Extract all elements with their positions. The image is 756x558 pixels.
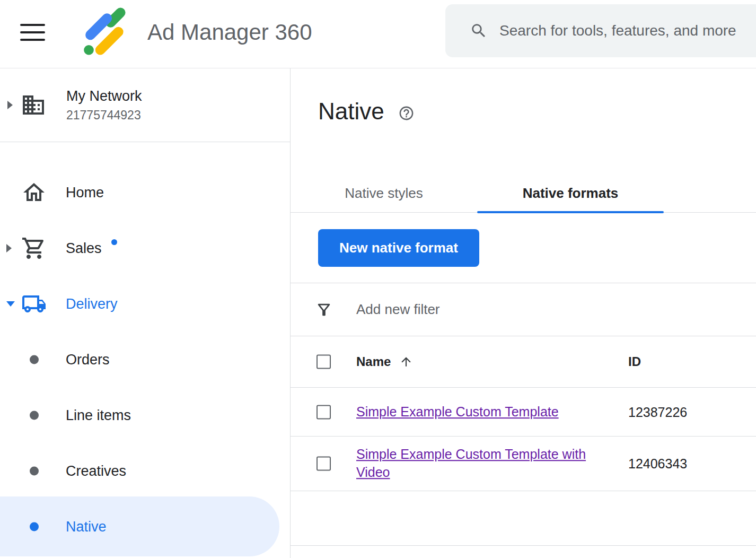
sidebar-item-label: Line items: [66, 407, 131, 423]
sidebar-item-label: Orders: [66, 351, 110, 368]
hamburger-bar: [20, 39, 45, 41]
column-header-id[interactable]: ID: [628, 354, 641, 369]
page-title-row: Native: [318, 98, 415, 125]
network-selector[interactable]: My Network 21775744923: [0, 68, 290, 142]
native-format-link[interactable]: Simple Example Custom Template: [356, 403, 559, 421]
table-header-row: Name ID: [291, 336, 756, 388]
row-id: 12406343: [628, 456, 687, 472]
sidebar-nav: Home Sales Delivery Orders: [0, 164, 290, 554]
tab-native-styles[interactable]: Native styles: [291, 174, 477, 212]
sidebar-item-home[interactable]: Home: [0, 164, 290, 220]
notification-dot: [111, 239, 117, 245]
row-id: 12387226: [628, 404, 687, 420]
select-all-checkbox[interactable]: [317, 355, 331, 369]
sidebar-item-line-items[interactable]: Line items: [0, 387, 290, 443]
screen: Ad Manager 360 My Network 21775744923: [0, 0, 756, 558]
sidebar-item-delivery[interactable]: Delivery: [0, 276, 290, 332]
sidebar-item-sales[interactable]: Sales: [0, 220, 290, 276]
bullet-icon: [30, 522, 39, 531]
global-search-box[interactable]: [445, 4, 756, 57]
cart-icon: [21, 236, 47, 261]
bullet-icon: [30, 411, 39, 420]
selected-item-highlight: [0, 496, 279, 556]
sidebar-item-native[interactable]: Native: [0, 499, 290, 554]
sort-ascending-icon[interactable]: [399, 355, 413, 369]
empty-table-area: [291, 491, 756, 546]
chevron-right-icon: [7, 101, 13, 109]
sidebar-item-label: Sales: [66, 240, 102, 256]
hamburger-bar: [20, 31, 45, 33]
add-filter-label: Add new filter: [356, 301, 440, 318]
top-app-bar: Ad Manager 360: [0, 0, 756, 68]
sidebar: My Network 21775744923 Home Sales: [0, 68, 291, 558]
chevron-right-icon: [6, 244, 12, 252]
ad-manager-logo-icon: [77, 7, 127, 57]
table-row: Simple Example Custom Template with Vide…: [291, 437, 756, 491]
column-header-name-label: Name: [356, 354, 391, 369]
filter-funnel-icon: [315, 301, 333, 319]
home-icon: [21, 180, 47, 205]
tab-native-formats[interactable]: Native formats: [477, 174, 664, 212]
sidebar-item-label: Home: [66, 184, 104, 200]
hamburger-bar: [20, 24, 45, 26]
network-building-icon: [21, 92, 46, 118]
truck-icon: [21, 291, 47, 317]
table-row: Simple Example Custom Template 12387226: [291, 388, 756, 437]
search-icon: [470, 22, 488, 40]
search-input[interactable]: [499, 22, 749, 39]
help-icon[interactable]: [398, 105, 415, 121]
sidebar-item-label: Creatives: [66, 463, 126, 479]
network-id: 21775744923: [66, 108, 142, 123]
column-header-name[interactable]: Name: [356, 354, 413, 369]
network-name: My Network: [66, 88, 142, 104]
filter-bar[interactable]: Add new filter: [291, 283, 756, 336]
tab-bar: Native styles Native formats: [291, 174, 756, 213]
sidebar-item-orders[interactable]: Orders: [0, 332, 290, 387]
row-checkbox[interactable]: [317, 405, 331, 419]
network-info: My Network 21775744923: [66, 88, 142, 123]
app-title: Ad Manager 360: [147, 20, 312, 45]
sidebar-item-creatives[interactable]: Creatives: [0, 443, 290, 499]
bullet-icon: [30, 355, 39, 364]
new-native-format-button[interactable]: New native format: [318, 229, 479, 267]
main-content: Native Native styles Native formats New …: [291, 68, 756, 558]
bullet-icon: [30, 466, 39, 475]
hamburger-menu-button[interactable]: [20, 24, 45, 41]
row-checkbox[interactable]: [317, 457, 331, 471]
sidebar-item-label: Delivery: [66, 295, 118, 312]
native-format-link[interactable]: Simple Example Custom Template with Vide…: [356, 446, 605, 482]
chevron-down-icon: [6, 301, 15, 307]
sidebar-item-label: Native: [66, 518, 107, 535]
page-title: Native: [318, 98, 384, 125]
